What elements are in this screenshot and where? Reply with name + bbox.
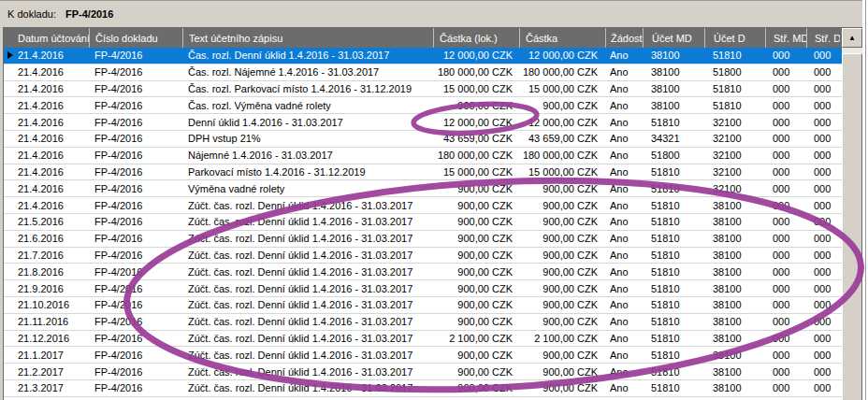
cell-datum: 21.4.2016	[4, 164, 89, 180]
table-row[interactable]: 21.11.2016 FP-4/2016 Zúčt. čas. rozl. De…	[4, 314, 843, 331]
cell-ucet-md: 51810	[643, 197, 704, 213]
table-row[interactable]: 21.9.2016 FP-4/2016 Zúčt. čas. rozl. Den…	[4, 280, 843, 297]
scrollbar-thumb[interactable]	[842, 53, 862, 400]
table-row[interactable]: 21.12.2016 FP-4/2016 Zúčt. čas. rozl. De…	[4, 331, 843, 348]
cell-zadost: Ano	[605, 197, 643, 213]
cell-datum: 21.4.2016	[4, 81, 89, 97]
cell-str-d: 000	[806, 364, 840, 379]
cell-castka: 12 000,00 CZK	[519, 48, 605, 64]
table-row[interactable]: 21.8.2016 FP-4/2016 Zúčt. čas. rozl. Den…	[4, 264, 843, 280]
cell-zadost: Ano	[605, 297, 643, 313]
cell-text: Zúčt. čas. rozl. Denní úklid 1.4.2016 - …	[182, 364, 433, 379]
cell-str-md: 000	[765, 64, 806, 80]
cell-ucet-md: 51810	[643, 214, 704, 230]
cell-zadost: Ano	[605, 81, 643, 97]
cell-ucet-md: 51810	[643, 248, 704, 264]
table-row[interactable]: 21.4.2016 FP-4/2016 Parkovací místo 1.4.…	[4, 164, 843, 181]
table-row[interactable]: 21.2.2017 FP-4/2016 Zúčt. čas. rozl. Den…	[4, 364, 843, 380]
column-header-ucet-d[interactable]: Účet D	[704, 28, 765, 48]
cell-str-md: 000	[765, 97, 806, 113]
table-row[interactable]: 21.6.2016 FP-4/2016 Zúčt. čas. rozl. Den…	[4, 231, 843, 248]
table-row[interactable]: 21.4.2016 FP-4/2016 Výměna vadné rolety …	[4, 180, 843, 197]
cell-zadost: Ano	[605, 248, 643, 264]
table-row[interactable]: 21.7.2016 FP-4/2016 Zúčt. čas. rozl. Den…	[4, 248, 843, 264]
cell-castka-lok: 900,00 CZK	[433, 297, 519, 313]
scroll-up-button[interactable]: ▲	[842, 28, 862, 48]
vertical-scrollbar[interactable]: ▲	[842, 28, 862, 400]
table-row[interactable]: 21.4.2016 FP-4/2016 Čas. rozl. Nájemné 1…	[4, 64, 843, 81]
cell-cislo: FP-4/2016	[89, 114, 182, 130]
cell-ucet-d: 51810	[704, 48, 765, 64]
cell-zadost: Ano	[605, 331, 643, 347]
cell-ucet-d: 38100	[704, 380, 765, 396]
table-row[interactable]: 21.10.2016 FP-4/2016 Zúčt. čas. rozl. De…	[4, 297, 843, 314]
table-row[interactable]: 21.4.2016 FP-4/2016 Čas. rozl. Parkovací…	[4, 81, 843, 98]
cell-zadost: Ano	[605, 231, 643, 247]
table-row[interactable]: 21.5.2016 FP-4/2016 Zúčt. čas. rozl. Den…	[4, 214, 843, 231]
table-row[interactable]: 21.1.2017 FP-4/2016 Zúčt. čas. rozl. Den…	[4, 347, 843, 364]
cell-str-d: 000	[806, 131, 840, 147]
column-header-str-d[interactable]: Stř. D	[806, 28, 840, 48]
cell-str-md: 000	[765, 148, 806, 164]
column-header-datum-uctovani[interactable]: Datum účtování	[4, 28, 89, 48]
column-header-zadost[interactable]: Žádost	[605, 28, 643, 48]
cell-castka: 900,00 CZK	[519, 97, 605, 113]
cell-castka-lok: 900,00 CZK	[433, 197, 519, 213]
cell-ucet-md: 51810	[643, 164, 704, 180]
cell-castka: 15 000,00 CZK	[519, 81, 605, 97]
cell-castka: 900,00 CZK	[519, 280, 605, 296]
cell-str-md: 000	[765, 231, 806, 247]
table-row[interactable]: 21.4.2016 FP-4/2016 Čas. rozl. Denní úkl…	[4, 48, 843, 64]
cell-ucet-md: 51810	[643, 347, 704, 363]
cell-datum: 21.4.2016	[4, 97, 89, 113]
cell-ucet-d: 38100	[704, 197, 765, 213]
cell-text: Čas. rozl. Nájemné 1.4.2016 - 31.03.2017	[182, 64, 433, 80]
cell-str-md: 000	[765, 347, 806, 363]
cell-str-d: 000	[806, 314, 840, 330]
column-header-str-md[interactable]: Stř. MD	[765, 28, 806, 48]
column-header-castka[interactable]: Částka	[519, 28, 605, 48]
cell-datum: 21.9.2016	[4, 280, 89, 296]
cell-cislo: FP-4/2016	[89, 380, 182, 396]
app-window: K dokladu: FP-4/2016 Datum účtování Čísl…	[0, 0, 868, 400]
column-header-ucet-md[interactable]: Účet MD	[643, 28, 704, 48]
column-header-castka-lok[interactable]: Částka (lok.)	[433, 28, 519, 48]
cell-str-md: 000	[765, 180, 806, 196]
selected-row-marker-icon	[7, 51, 13, 59]
cell-cislo: FP-4/2016	[89, 331, 182, 347]
cell-castka-lok: 12 000,00 CZK	[433, 48, 519, 64]
cell-text: Čas. rozl. Denní úklid 1.4.2016 - 31.03.…	[182, 48, 433, 64]
cell-text: Zúčt. čas. rozl. Denní úklid 1.4.2016 - …	[182, 314, 433, 330]
cell-datum: 21.2.2017	[4, 364, 89, 379]
cell-castka-lok: 180 000,00 CZK	[433, 64, 519, 80]
cell-zadost: Ano	[605, 164, 643, 180]
cell-ucet-d: 32100	[704, 131, 765, 147]
cell-str-d: 000	[806, 97, 840, 113]
cell-castka-lok: 900,00 CZK	[433, 364, 519, 379]
cell-castka: 900,00 CZK	[519, 364, 605, 379]
column-header-text-zapisu[interactable]: Text účetního zápisu	[182, 28, 433, 48]
cell-ucet-d: 51810	[704, 97, 765, 113]
column-header-cislo-dokladu[interactable]: Číslo dokladu	[89, 28, 182, 48]
cell-ucet-md: 51810	[643, 364, 704, 379]
cell-cislo: FP-4/2016	[89, 264, 182, 279]
cell-text: Zúčt. čas. rozl. Denní úklid 1.4.2016 - …	[182, 280, 433, 296]
cell-text: Zúčt. čas. rozl. Denní úklid 1.4.2016 - …	[182, 347, 433, 363]
cell-zadost: Ano	[605, 214, 643, 230]
cell-castka: 15 000,00 CZK	[519, 164, 605, 180]
cell-castka-lok: 15 000,00 CZK	[433, 81, 519, 97]
cell-zadost: Ano	[605, 48, 643, 64]
cell-str-md: 000	[765, 314, 806, 330]
table-row[interactable]: 21.4.2016 FP-4/2016 Nájemné 1.4.2016 - 3…	[4, 148, 843, 164]
table-row[interactable]: 21.4.2016 FP-4/2016 Čas. rozl. Výměna va…	[4, 97, 843, 114]
cell-cislo: FP-4/2016	[89, 214, 182, 230]
table-row[interactable]: 21.4.2016 FP-4/2016 Denní úklid 1.4.2016…	[4, 114, 843, 131]
table-row[interactable]: 21.4.2016 FP-4/2016 Zúčt. čas. rozl. Den…	[4, 197, 843, 214]
table-row[interactable]: 21.4.2016 FP-4/2016 DPH vstup 21% 43 659…	[4, 131, 843, 148]
cell-ucet-d: 38100	[704, 248, 765, 264]
cell-str-md: 000	[765, 380, 806, 396]
document-number: FP-4/2016	[65, 8, 113, 20]
scroll-up-arrow-icon: ▲	[848, 34, 856, 42]
table-row[interactable]: 21.3.2017 FP-4/2016 Zúčt. čas. rozl. Den…	[4, 380, 843, 397]
cell-zadost: Ano	[605, 148, 643, 164]
